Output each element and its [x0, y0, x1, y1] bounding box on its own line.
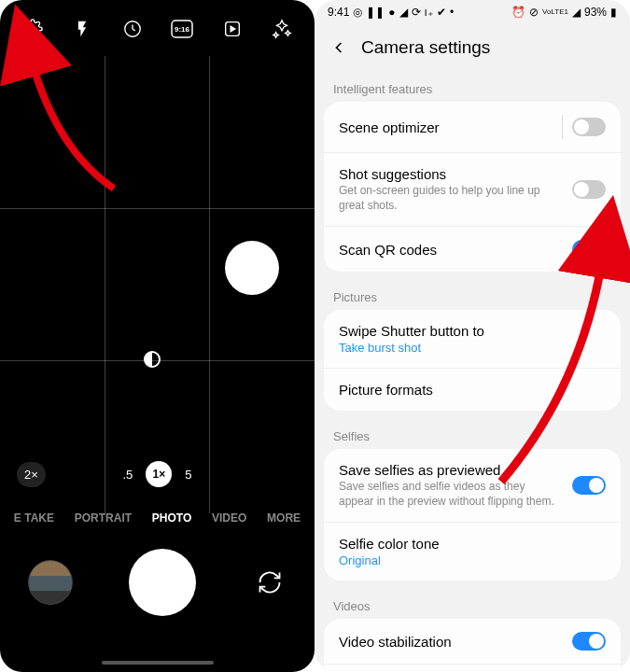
label: Shot suggestions [339, 166, 561, 182]
ratio-icon[interactable]: 9:16 [169, 16, 195, 42]
row-shot-suggestions[interactable]: Shot suggestions Get on-screen guides to… [324, 153, 621, 227]
label: Selfie color tone [339, 536, 595, 552]
page-title: Camera settings [361, 37, 490, 58]
mode-option[interactable]: MORE [267, 511, 301, 525]
settings-app: 9:41 ◎ ❚❚ ● ◢ ⟳ ı₊ ✔ • ⏰ ⊘ VoLTE1 ◢ 93% … [315, 0, 630, 672]
section-intelligent: Intelligent features [315, 73, 630, 102]
camera-topbar: 9:16 [0, 0, 315, 49]
label: Video stabilization [339, 634, 561, 650]
exposure-indicator[interactable] [144, 351, 161, 368]
shutter-row [0, 549, 315, 616]
row-scene-optimizer[interactable]: Scene optimizer [324, 102, 621, 153]
zoom-controls: 2× .5 1× 5 [0, 461, 315, 487]
mode-option-active[interactable]: PHOTO [152, 511, 191, 525]
toggle-save-selfies[interactable] [572, 476, 606, 495]
svg-point-0 [30, 26, 35, 32]
sublabel: Save selfies and selfie videos as they a… [339, 480, 561, 509]
viewfinder[interactable] [0, 56, 315, 513]
row-advanced-rec[interactable]: Advanced recording options [324, 665, 621, 672]
mic-icon: ı₊ [425, 6, 433, 19]
label: Swipe Shutter button to [339, 323, 595, 339]
card-videos: Video stabilization Advanced recording o… [324, 619, 621, 672]
label: Save selfies as previewed [339, 462, 561, 478]
value: Original [339, 553, 595, 567]
focus-indicator [225, 241, 279, 295]
card-selfies: Save selfies as previewed Save selfies a… [324, 449, 621, 581]
card-intelligent: Scene optimizer Shot suggestions Get on-… [324, 102, 621, 272]
telegram-icon: ◢ [399, 6, 408, 19]
volte-label: VoLTE1 [542, 8, 568, 16]
svg-text:9:16: 9:16 [175, 25, 190, 34]
row-selfie-tone[interactable]: Selfie color tone Original [324, 523, 621, 581]
gear-icon[interactable] [20, 16, 46, 42]
filters-icon[interactable] [269, 16, 295, 42]
label: Scene optimizer [339, 119, 551, 135]
switch-camera-button[interactable] [253, 566, 287, 599]
row-scan-qr[interactable]: Scan QR codes [324, 227, 621, 272]
sync-icon: ⟳ [412, 6, 421, 19]
motion-photo-icon[interactable] [219, 16, 245, 42]
row-picture-formats[interactable]: Picture formats [324, 369, 621, 411]
shutter-button[interactable] [129, 549, 196, 616]
mode-option[interactable]: PORTRAIT [75, 511, 132, 525]
label: Scan QR codes [339, 242, 561, 258]
row-video-stab[interactable]: Video stabilization [324, 619, 621, 665]
toggle-scan-qr[interactable] [572, 240, 606, 259]
zoom-option[interactable]: .5 [122, 468, 133, 482]
sublabel: Get on-screen guides to help you line up… [339, 184, 561, 213]
mode-option[interactable]: VIDEO [212, 511, 246, 525]
status-time: 9:41 [328, 6, 349, 19]
zoom-preset-left[interactable]: 2× [17, 462, 46, 487]
status-bar: 9:41 ◎ ❚❚ ● ◢ ⟳ ı₊ ✔ • ⏰ ⊘ VoLTE1 ◢ 93% … [315, 0, 630, 24]
timer-icon[interactable] [119, 16, 146, 42]
section-selfies: Selfies [315, 420, 630, 449]
flash-icon[interactable] [69, 16, 95, 42]
pause-icon: ❚❚ [366, 6, 385, 19]
mode-option[interactable]: E TAKE [14, 511, 54, 525]
label: Picture formats [339, 382, 595, 398]
card-pictures: Swipe Shutter button to Take burst shot … [324, 310, 621, 411]
section-videos: Videos [315, 590, 630, 619]
alarm-icon: ⏰ [511, 6, 525, 19]
twitter-icon: ✔ [437, 6, 446, 19]
toggle-scene-optimizer[interactable] [572, 118, 606, 136]
signal-icon: ◢ [572, 6, 581, 19]
home-indicator [102, 661, 214, 665]
messenger-icon: ● [388, 6, 395, 19]
settings-header: Camera settings [315, 24, 630, 73]
camera-app: 9:16 2× .5 1× 5 E TAKE PORTRAIT PHOTO VI… [0, 0, 315, 672]
row-swipe-shutter[interactable]: Swipe Shutter button to Take burst shot [324, 310, 621, 369]
more-icon: • [450, 6, 454, 19]
battery-icon: ▮ [610, 6, 617, 19]
dnd-icon: ⊘ [529, 6, 539, 19]
row-save-selfies[interactable]: Save selfies as previewed Save selfies a… [324, 449, 621, 523]
battery-text: 93% [584, 6, 607, 19]
toggle-shot-suggestions[interactable] [572, 180, 606, 199]
gallery-thumbnail[interactable] [28, 560, 73, 605]
zoom-option[interactable]: 5 [185, 468, 191, 482]
whatsapp-icon: ◎ [353, 6, 362, 19]
mode-selector[interactable]: E TAKE PORTRAIT PHOTO VIDEO MORE [0, 511, 315, 525]
section-pictures: Pictures [315, 281, 630, 310]
zoom-option-active[interactable]: 1× [146, 461, 172, 487]
toggle-video-stab[interactable] [572, 632, 606, 651]
value: Take burst shot [339, 341, 595, 355]
back-button[interactable] [329, 38, 348, 57]
